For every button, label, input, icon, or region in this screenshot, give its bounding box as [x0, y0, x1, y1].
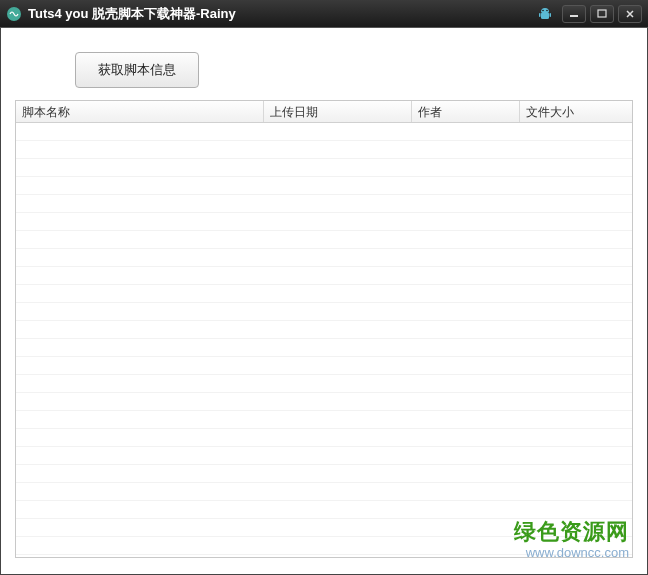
column-upload-date[interactable]: 上传日期 [264, 101, 412, 122]
table-row [16, 447, 632, 465]
table-row [16, 519, 632, 537]
toolbar: 获取脚本信息 [15, 40, 633, 100]
script-listview[interactable]: 脚本名称 上传日期 作者 文件大小 [15, 100, 633, 558]
table-row [16, 285, 632, 303]
svg-point-2 [542, 9, 544, 11]
svg-point-3 [546, 9, 548, 11]
table-row [16, 231, 632, 249]
window-body: 获取脚本信息 脚本名称 上传日期 作者 文件大小 [0, 28, 648, 575]
listview-body [16, 123, 632, 557]
table-row [16, 159, 632, 177]
listview-header: 脚本名称 上传日期 作者 文件大小 [16, 101, 632, 123]
table-row [16, 249, 632, 267]
table-row [16, 177, 632, 195]
table-row [16, 195, 632, 213]
android-icon [536, 5, 554, 23]
table-row [16, 213, 632, 231]
table-row [16, 303, 632, 321]
table-row [16, 429, 632, 447]
table-row [16, 465, 632, 483]
table-row [16, 339, 632, 357]
column-file-size[interactable]: 文件大小 [520, 101, 632, 122]
table-row [16, 411, 632, 429]
table-row [16, 141, 632, 159]
table-row [16, 483, 632, 501]
table-row [16, 267, 632, 285]
titlebar: Tuts4 you 脱壳脚本下载神器-Rainy [0, 0, 648, 28]
svg-rect-4 [539, 13, 541, 17]
table-row [16, 123, 632, 141]
fetch-script-info-button[interactable]: 获取脚本信息 [75, 52, 199, 88]
app-icon [6, 6, 22, 22]
svg-rect-5 [550, 13, 552, 17]
table-row [16, 501, 632, 519]
column-script-name[interactable]: 脚本名称 [16, 101, 264, 122]
svg-rect-1 [541, 12, 549, 19]
table-row [16, 393, 632, 411]
minimize-button[interactable] [562, 5, 586, 23]
window-title: Tuts4 you 脱壳脚本下载神器-Rainy [28, 5, 536, 23]
table-row [16, 537, 632, 555]
maximize-button[interactable] [590, 5, 614, 23]
column-author[interactable]: 作者 [412, 101, 520, 122]
table-row [16, 321, 632, 339]
window-controls [562, 5, 642, 23]
table-row [16, 357, 632, 375]
close-button[interactable] [618, 5, 642, 23]
table-row [16, 375, 632, 393]
svg-rect-7 [598, 10, 606, 17]
